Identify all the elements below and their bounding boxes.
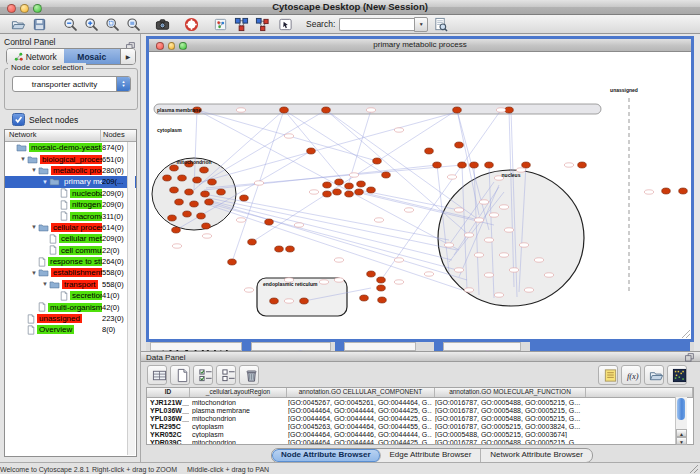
tree-row[interactable]: ▼metabolic process280(0) <box>5 165 136 176</box>
graph-node[interactable] <box>322 107 331 113</box>
graph-node[interactable] <box>190 201 199 207</box>
graph-node-label[interactable] <box>254 181 263 185</box>
table-row[interactable]: YLR295Ccytoplasm[GO:0045263, GO:0044464,… <box>147 422 693 430</box>
graph-node[interactable] <box>178 175 187 181</box>
graph-node[interactable] <box>662 188 671 194</box>
table-column-header[interactable]: _cellularLayoutRegion <box>190 388 287 397</box>
select-all-attributes-icon[interactable] <box>198 367 213 384</box>
tree-row[interactable]: secretion41(0) <box>5 290 136 301</box>
graph-node-label[interactable] <box>484 238 493 242</box>
unselect-all-attributes-button[interactable] <box>216 365 236 385</box>
graph-node[interactable] <box>183 211 192 217</box>
background-window-fragment[interactable] <box>251 342 331 351</box>
tree-row[interactable]: ▼primary metabo209(... <box>5 176 136 187</box>
graph-node-label[interactable] <box>366 108 375 112</box>
tree-row[interactable]: Overview8(0) <box>5 324 136 335</box>
graph-node-label[interactable] <box>509 268 518 272</box>
close-button[interactable] <box>7 4 16 13</box>
graph-node[interactable] <box>265 219 274 225</box>
zoom-out-icon[interactable] <box>62 16 79 33</box>
tree-col-network[interactable]: Network <box>5 130 101 141</box>
tab-node-attribute-browser[interactable]: Node Attribute Browser <box>272 449 381 462</box>
graph-node[interactable] <box>170 165 179 171</box>
tree-col-nodes[interactable]: Nodes <box>101 130 136 141</box>
destroy-network-icon[interactable] <box>254 16 271 33</box>
table-row[interactable]: YJR121W__1mitochondrion[GO:0045267, GO:0… <box>147 398 693 406</box>
search-dropdown-icon[interactable]: ▼ <box>414 17 428 32</box>
graph-node-label[interactable] <box>499 253 508 257</box>
expand-triangle-icon[interactable]: ▼ <box>19 156 27 162</box>
table-column-header[interactable]: annotation.GO CELLULAR_COMPONENT <box>287 388 435 397</box>
graph-edge[interactable] <box>209 195 449 240</box>
graph-node[interactable] <box>300 298 309 304</box>
graph-node-label[interactable] <box>524 288 533 292</box>
select-attributes-button[interactable] <box>147 365 167 385</box>
create-network-icon[interactable] <box>212 16 229 33</box>
tree-row[interactable]: ▼establishment of lo558(0) <box>5 267 136 278</box>
window-resize-grip-icon[interactable] <box>689 464 699 474</box>
graph-edge[interactable] <box>206 165 462 188</box>
graph-node[interactable] <box>377 285 386 291</box>
tree-row[interactable]: multi-organism pro42(0) <box>5 301 136 312</box>
graph-node-label[interactable] <box>534 258 543 262</box>
graph-node-label[interactable] <box>244 288 253 292</box>
graph-node-label[interactable] <box>294 223 303 227</box>
graph-node-label[interactable] <box>394 280 403 284</box>
graph-node-label[interactable] <box>544 273 553 277</box>
graph-node[interactable] <box>458 162 467 168</box>
graph-edge[interactable] <box>359 190 459 210</box>
graph-node[interactable] <box>275 246 284 252</box>
background-window-fragment[interactable] <box>150 342 242 351</box>
float-panel-icon[interactable] <box>685 353 694 362</box>
create-attribute-button[interactable] <box>170 365 190 385</box>
graph-node-label[interactable] <box>309 190 318 194</box>
graph-node[interactable] <box>367 271 376 277</box>
graph-node-label[interactable] <box>494 293 503 297</box>
graph-node-label[interactable] <box>484 273 493 277</box>
graph-edge[interactable] <box>207 200 452 260</box>
resize-grip-icon[interactable] <box>681 329 691 339</box>
graph-node-label[interactable] <box>394 128 403 132</box>
graph-node-label[interactable] <box>284 299 293 303</box>
tree-row[interactable]: unassigned223(0) <box>5 313 136 324</box>
graph-node[interactable] <box>168 215 177 221</box>
graph-node-label[interactable] <box>284 134 293 138</box>
graph-node[interactable] <box>248 239 257 245</box>
matrix-view-button[interactable] <box>667 365 687 385</box>
graph-edge[interactable] <box>197 110 459 250</box>
zoom-to-fit-icon[interactable] <box>125 16 142 33</box>
graph-node[interactable] <box>228 259 237 265</box>
graph-node[interactable] <box>202 223 211 229</box>
network-close-button[interactable] <box>156 42 164 50</box>
attribute-batch-editor-icon[interactable] <box>603 367 618 384</box>
node-color-dropdown[interactable]: transporter activity ▲▼ <box>12 76 131 92</box>
graph-node[interactable] <box>345 183 354 189</box>
select-all-attributes-button[interactable] <box>193 365 213 385</box>
graph-node-label[interactable] <box>519 243 528 247</box>
tree-row[interactable]: nitrogen compo209(0) <box>5 199 136 210</box>
graph-node-label[interactable] <box>202 234 211 238</box>
expand-triangle-icon[interactable]: ▼ <box>30 167 38 173</box>
graph-node-label[interactable] <box>489 213 498 217</box>
tab-network[interactable]: Network <box>7 49 64 64</box>
tree-row[interactable]: cell communicat22(0) <box>5 245 136 256</box>
table-row[interactable]: YKR052Ccytoplasm[GO:0044464, GO:0044446,… <box>147 430 693 438</box>
table-row[interactable]: YDR039C__1mitochondrion[GO:0044464, GO:0… <box>147 438 693 445</box>
graph-node[interactable] <box>522 162 531 168</box>
graph-node[interactable] <box>217 189 226 195</box>
graph-node-label[interactable] <box>464 288 473 292</box>
graph-node-label[interactable] <box>499 205 508 209</box>
graph-node-label[interactable] <box>454 268 463 272</box>
annotation-tool-icon[interactable] <box>277 16 294 33</box>
zoom-button[interactable] <box>33 4 42 13</box>
graph-node[interactable] <box>455 142 464 148</box>
create-network-from-selection-icon[interactable] <box>233 16 250 33</box>
graph-node[interactable] <box>323 182 332 188</box>
graph-node[interactable] <box>453 107 462 113</box>
graph-node-label[interactable] <box>394 258 403 262</box>
background-window-edge[interactable] <box>242 342 251 351</box>
graph-node[interactable] <box>185 189 194 195</box>
table-row[interactable]: YPL036W__1mitochondrion[GO:0044464, GO:0… <box>147 414 693 422</box>
scroll-up-button[interactable]: ▲ <box>676 429 687 437</box>
graph-node[interactable] <box>355 189 364 195</box>
